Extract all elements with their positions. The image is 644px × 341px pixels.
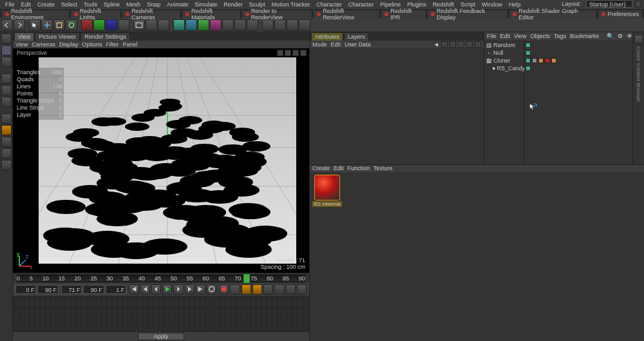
point-mode[interactable] (1, 73, 12, 84)
spline-tool[interactable] (185, 19, 197, 31)
material-tag[interactable] (545, 58, 550, 63)
menu-item[interactable]: Spline (101, 1, 122, 8)
tab-attributes[interactable]: Attributes (311, 32, 343, 41)
obj-menu-item[interactable]: Bookmarks (570, 33, 599, 39)
menu-item[interactable]: Motion Tracker (269, 1, 313, 8)
perspective-viewport[interactable] (39, 57, 296, 264)
viewport-menu-item[interactable]: Cameras (32, 41, 55, 48)
enable-axis[interactable] (1, 113, 12, 124)
prev-key-button[interactable] (140, 284, 150, 295)
menu-item[interactable]: Character (346, 1, 377, 8)
layout-menu-icon[interactable] (635, 1, 641, 7)
viewport-menu-item[interactable]: Filter (106, 41, 118, 48)
viewport-orbit-icon[interactable] (292, 50, 299, 56)
make-editable[interactable] (1, 34, 12, 44)
mat-menu-item[interactable]: Texture (374, 165, 393, 171)
menu-item[interactable]: Script (458, 1, 478, 8)
yaxis-lock[interactable] (93, 19, 105, 31)
record-button[interactable] (219, 284, 229, 295)
attr-icon[interactable] (450, 41, 456, 48)
range-start-field[interactable]: 0 F (15, 285, 36, 294)
dock-tab-button[interactable] (634, 35, 643, 44)
eye-icon[interactable]: 👁 (627, 33, 632, 39)
light-tool[interactable] (247, 19, 258, 31)
model-mode[interactable] (1, 45, 12, 55)
range-end-field[interactable]: 90 F (37, 285, 58, 294)
end-frame-field[interactable]: 90 F (83, 285, 104, 294)
key-pos-button[interactable] (252, 284, 262, 295)
autokey-button[interactable] (230, 284, 240, 295)
texture-mode[interactable] (1, 57, 12, 67)
dynamics-tag[interactable] (538, 58, 544, 63)
xaxis-lock[interactable] (81, 19, 93, 31)
viewport-maximize-icon[interactable] (300, 50, 307, 56)
mat-menu-item[interactable]: Create (312, 165, 330, 171)
menu-item[interactable]: Render (221, 1, 245, 8)
menu-item[interactable]: Pipeline (377, 1, 403, 8)
obj-menu-item[interactable]: File (487, 33, 497, 39)
coord-system[interactable] (118, 19, 129, 31)
rotate-tool[interactable] (66, 19, 77, 31)
history-back-icon[interactable]: ◄ (433, 41, 439, 48)
workplane[interactable] (1, 148, 12, 159)
tab-redshift-shader-graph[interactable]: Redshift Shader Graph Editor (509, 10, 597, 18)
layout-dropdown[interactable]: Startup (User) (586, 0, 632, 8)
edge-mode[interactable] (1, 85, 12, 95)
apply-button[interactable]: Apply (138, 333, 185, 340)
tab-render-to-renderview[interactable]: Render to RenderView (242, 10, 312, 18)
polygon-mode[interactable] (1, 97, 12, 107)
dope-row[interactable] (13, 308, 309, 320)
tab-redshift-feedback-display[interactable]: Redshift Feedback Display (427, 10, 508, 18)
keyframe-selection-button[interactable] (242, 284, 251, 295)
tab-redshift-environment[interactable]: Redshift Environment (1, 10, 70, 18)
tree-item-random[interactable]: ▤ Random (486, 41, 522, 49)
current-frame-field[interactable]: 71 F (61, 285, 82, 294)
tab-picture-viewer[interactable]: Picture Viewer (35, 32, 80, 41)
menu-item[interactable]: Sculpt (247, 1, 268, 8)
simulate-tool[interactable] (299, 19, 310, 31)
menu-item[interactable]: Help (506, 1, 524, 8)
search-icon[interactable]: 🔍 (607, 33, 614, 39)
menu-item[interactable]: Mesh (124, 1, 143, 8)
prev-frame-button[interactable] (151, 284, 161, 295)
visibility-tag[interactable] (526, 66, 531, 71)
tree-item-null[interactable]: ◦ Null (486, 49, 522, 57)
mograph-tool[interactable] (262, 19, 274, 31)
goto-start-button[interactable] (129, 284, 138, 295)
next-key-button[interactable] (185, 284, 194, 295)
tab-redshift-cameras[interactable]: Redshift Cameras (122, 10, 181, 18)
undo-button[interactable] (1, 19, 13, 31)
viewport-menu-item[interactable]: Display (59, 41, 79, 48)
obj-menu-item[interactable]: Tags (554, 33, 566, 39)
viewport-menu-item[interactable]: Panel (122, 41, 137, 48)
obj-menu-item[interactable]: View (514, 33, 526, 39)
zaxis-lock[interactable] (106, 19, 117, 31)
field-tool[interactable] (274, 19, 286, 31)
scale-tool[interactable] (53, 19, 65, 31)
generator-tool[interactable] (198, 19, 209, 31)
key-rot-button[interactable] (274, 284, 284, 295)
tab-render-settings[interactable]: Render Settings (80, 32, 130, 41)
attr-icon[interactable] (458, 41, 464, 48)
gear-icon[interactable]: ⚙ (618, 33, 623, 39)
visibility-tag[interactable] (526, 43, 531, 48)
attr-menu-item[interactable]: Mode (312, 41, 327, 48)
move-tool[interactable] (41, 19, 53, 31)
deformer-tool[interactable] (210, 19, 222, 31)
tab-redshift-lights[interactable]: Redshift Lights (70, 10, 122, 18)
dynamics-tool[interactable] (287, 19, 298, 31)
visibility-tag[interactable] (526, 58, 531, 63)
menu-item[interactable]: Redshift (430, 1, 457, 8)
menu-item[interactable]: Window (479, 1, 505, 8)
menu-item[interactable]: Animate (164, 1, 191, 8)
timeline-playhead[interactable] (243, 274, 250, 283)
camera-tool[interactable] (234, 19, 246, 31)
menu-item[interactable]: Simulate (192, 1, 220, 8)
redshift-tag[interactable] (551, 58, 556, 63)
key-scale-button[interactable] (263, 284, 273, 295)
next-frame-button[interactable] (173, 284, 183, 295)
tab-redshift-materials[interactable]: Redshift Materials (182, 10, 241, 18)
select-tool[interactable] (29, 19, 41, 31)
tree-item-rs-candy[interactable]: ● RS_Candy (486, 64, 522, 72)
play-button[interactable] (162, 284, 172, 295)
